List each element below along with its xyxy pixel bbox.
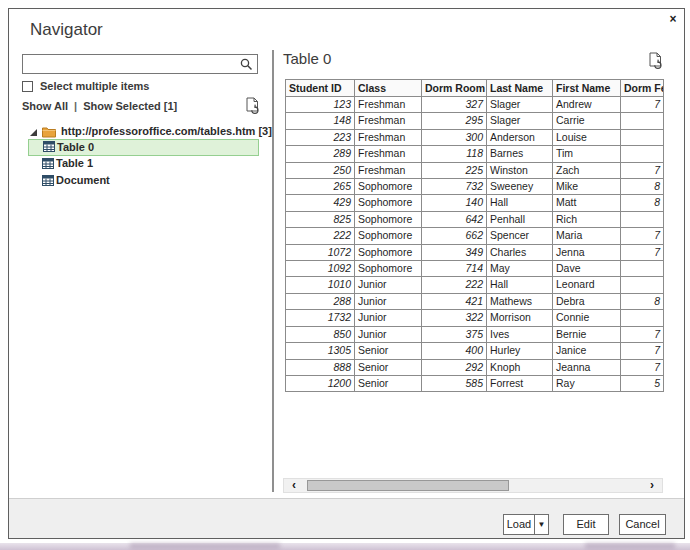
table-cell: Winston <box>487 162 553 178</box>
table-cell: May <box>487 261 553 277</box>
scan-artifact-smudge <box>585 543 675 549</box>
table-row: 1010Junior222HallLeonard <box>286 277 664 293</box>
table-cell: 123 <box>286 97 355 113</box>
table-cell <box>621 211 664 227</box>
show-all-link[interactable]: Show All <box>22 100 68 112</box>
table-row: 222Sophomore662SpencerMaria7 <box>286 228 664 244</box>
table-cell: Debra <box>553 293 621 309</box>
table-cell: 375 <box>422 326 487 342</box>
table-row: 1305Senior400HurleyJanice7 <box>286 343 664 359</box>
header-row: Student IDClassDorm RoomLast NameFirst N… <box>286 80 664 97</box>
table-row: 123Freshman327SlagerAndrew7 <box>286 97 664 113</box>
table-cell: 7 <box>621 97 664 113</box>
table-cell: Hall <box>487 195 553 211</box>
table-cell: Louise <box>553 129 621 145</box>
dialog-title: Navigator <box>30 20 103 40</box>
folder-icon <box>42 126 56 138</box>
table-cell: Junior <box>355 310 422 326</box>
table-cell: 714 <box>422 261 487 277</box>
table-cell: 118 <box>422 146 487 162</box>
table-cell: Connie <box>553 310 621 326</box>
table-cell: 888 <box>286 359 355 375</box>
search-input[interactable] <box>25 56 237 72</box>
table-cell: Andrew <box>553 97 621 113</box>
refresh-preview-icon[interactable] <box>245 97 260 115</box>
close-icon[interactable]: × <box>665 11 681 27</box>
horizontal-scrollbar[interactable]: ‹ › <box>283 478 663 493</box>
table-icon <box>42 175 54 186</box>
table-row: 1072Sophomore349CharlesJenna7 <box>286 244 664 260</box>
table-cell <box>621 129 664 145</box>
column-header: Dorm Room <box>422 80 487 97</box>
table-cell: 148 <box>286 113 355 129</box>
table-cell: Mike <box>553 179 621 195</box>
table-cell: 1072 <box>286 244 355 260</box>
column-header: Student ID <box>286 80 355 97</box>
table-cell: 322 <box>422 310 487 326</box>
preview-table-container: Student IDClassDorm RoomLast NameFirst N… <box>285 79 664 394</box>
table-cell: Rich <box>553 211 621 227</box>
table-cell: 7 <box>621 359 664 375</box>
scrollbar-thumb[interactable] <box>307 480 509 491</box>
table-cell: Sophomore <box>355 179 422 195</box>
table-row: 825Sophomore642PenhallRich <box>286 211 664 227</box>
table-cell: Sophomore <box>355 244 422 260</box>
edit-button[interactable]: Edit <box>563 514 609 535</box>
select-multiple-checkbox[interactable] <box>22 81 33 92</box>
table-cell: 732 <box>422 179 487 195</box>
scroll-left-icon[interactable]: ‹ <box>284 479 304 492</box>
filter-links: Show All|Show Selected [1] <box>22 100 177 112</box>
table-cell: 225 <box>422 162 487 178</box>
search-box <box>22 54 258 74</box>
table-cell: Sophomore <box>355 195 422 211</box>
scan-artifact-smudge <box>130 543 280 549</box>
tree-item-table-1[interactable]: Table 1 <box>28 156 259 173</box>
table-cell: Carrie <box>553 113 621 129</box>
tree-item-table-0[interactable]: Table 0 <box>28 139 259 156</box>
table-cell: 7 <box>621 343 664 359</box>
cancel-button[interactable]: Cancel <box>619 514 666 535</box>
table-cell: Sophomore <box>355 261 422 277</box>
select-multiple-label: Select multiple items <box>40 80 149 92</box>
search-icon[interactable] <box>240 58 253 71</box>
table-cell: Sweeney <box>487 179 553 195</box>
table-cell: Sophomore <box>355 228 422 244</box>
scroll-right-icon[interactable]: › <box>642 479 662 492</box>
table-icon <box>42 158 54 169</box>
tree-item-label: Table 0 <box>57 141 94 153</box>
table-cell: Leonard <box>553 277 621 293</box>
tree-item-document[interactable]: Document <box>28 173 259 190</box>
table-row: 1200Senior585ForrestRay5 <box>286 375 664 391</box>
load-dropdown-arrow-icon[interactable]: ▼ <box>534 514 549 535</box>
table-cell <box>621 113 664 129</box>
table-cell: Hall <box>487 277 553 293</box>
table-cell: 1092 <box>286 261 355 277</box>
tree-root-label: http://professoroffice.com/tables.htm [3… <box>61 125 272 137</box>
expand-triangle-icon[interactable] <box>30 129 37 136</box>
table-cell: 140 <box>422 195 487 211</box>
table-cell: 295 <box>422 113 487 129</box>
table-row: 223Freshman300AndersonLouise <box>286 129 664 145</box>
table-cell: Charles <box>487 244 553 260</box>
load-button[interactable]: Load <box>503 514 534 535</box>
tree-item-label: Document <box>56 174 110 186</box>
table-cell: Freshman <box>355 97 422 113</box>
table-cell: 8 <box>621 195 664 211</box>
table-row: 1732Junior322MorrisonConnie <box>286 310 664 326</box>
table-cell: 8 <box>621 179 664 195</box>
table-cell: 7 <box>621 244 664 260</box>
show-selected-link[interactable]: Show Selected [1] <box>83 100 177 112</box>
table-cell: 289 <box>286 146 355 162</box>
table-cell: Knoph <box>487 359 553 375</box>
table-cell: Anderson <box>487 129 553 145</box>
table-cell: Zach <box>553 162 621 178</box>
table-cell: Junior <box>355 326 422 342</box>
refresh-table-icon[interactable] <box>648 52 663 70</box>
table-cell <box>621 277 664 293</box>
tree-item-label: Table 1 <box>56 157 93 169</box>
table-cell: 5 <box>621 375 664 391</box>
column-header: Last Name <box>487 80 553 97</box>
table-row: 429Sophomore140HallMatt8 <box>286 195 664 211</box>
table-cell: Sophomore <box>355 211 422 227</box>
table-cell: 585 <box>422 375 487 391</box>
